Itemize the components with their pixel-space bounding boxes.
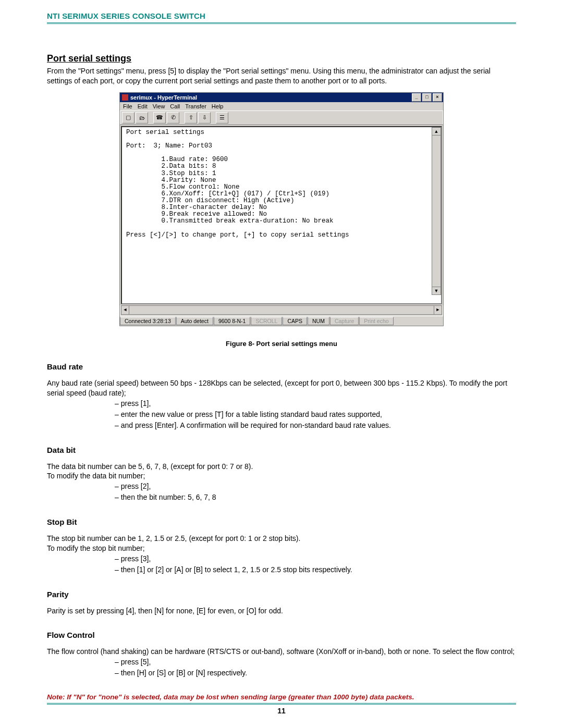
status-num: NUM bbox=[308, 317, 329, 325]
scroll-up-icon[interactable]: ▲ bbox=[432, 128, 440, 135]
list-item: and press [Enter]. A confirmation will b… bbox=[115, 420, 516, 431]
connect-icon[interactable]: ☎ bbox=[153, 112, 166, 124]
figure-caption: Figure 8- Port serial settings menu bbox=[47, 340, 516, 348]
minimize-button[interactable]: _ bbox=[412, 93, 421, 102]
stopbit-heading: Stop Bit bbox=[47, 517, 516, 526]
vertical-scrollbar[interactable]: ▲ ▼ bbox=[432, 127, 441, 295]
baud-heading: Baud rate bbox=[47, 362, 516, 371]
scroll-right-icon[interactable]: ► bbox=[434, 306, 442, 314]
document-page: NTI SERIMUX SERIES CONSOLE SWITCH Port s… bbox=[0, 0, 563, 728]
header-divider bbox=[47, 22, 516, 24]
flow-steps: press [5], then [H] or [S] or [B] or [N]… bbox=[47, 657, 516, 678]
section-title: Port serial settings bbox=[47, 53, 516, 64]
stopbit-text1: The stop bit number can be 1, 2, 1.5 or … bbox=[47, 534, 516, 544]
titlebar: serimux - HyperTerminal _ □ × bbox=[120, 93, 443, 102]
app-icon bbox=[122, 94, 128, 101]
baud-steps: press [1], enter the new value or press … bbox=[47, 398, 516, 431]
flow-heading: Flow Control bbox=[47, 631, 516, 639]
horizontal-scrollbar[interactable]: ◄ ► bbox=[121, 305, 442, 315]
list-item: then [1] or [2] or [A] or [B] to select … bbox=[115, 564, 516, 575]
page-number: 11 bbox=[47, 707, 516, 715]
databit-text1: The data bit number can be 5, 6, 7, 8, (… bbox=[47, 462, 516, 472]
maximize-button[interactable]: □ bbox=[422, 93, 432, 102]
hyperterminal-window: serimux - HyperTerminal _ □ × File Edit … bbox=[119, 92, 444, 326]
receive-icon[interactable]: ⇩ bbox=[198, 112, 211, 124]
new-doc-icon[interactable]: ▢ bbox=[122, 112, 134, 124]
menu-view[interactable]: View bbox=[153, 103, 165, 109]
list-item: press [3], bbox=[115, 553, 516, 564]
terminal-output: Port serial settings Port: 3; Name: Port… bbox=[121, 126, 442, 304]
section-intro: From the "Port settings" menu, press [5]… bbox=[47, 66, 516, 86]
terminal-area: Port serial settings Port: 3; Name: Port… bbox=[120, 125, 443, 305]
status-settings: 9600 8-N-1 bbox=[214, 317, 251, 325]
databit-steps: press [2], then the bit number: 5, 6, 7,… bbox=[47, 481, 516, 503]
open-icon[interactable]: 🗁 bbox=[136, 112, 148, 124]
close-button[interactable]: × bbox=[433, 93, 442, 102]
footer-divider bbox=[47, 703, 516, 705]
window-title: serimux - HyperTerminal bbox=[130, 94, 411, 101]
stopbit-steps: press [3], then [1] or [2] or [A] or [B]… bbox=[47, 553, 516, 575]
status-printecho: Print echo bbox=[359, 317, 393, 325]
status-bar: Connected 3:28:13 Auto detect 9600 8-N-1… bbox=[120, 316, 443, 326]
list-item: press [2], bbox=[115, 481, 516, 492]
list-item: press [5], bbox=[115, 657, 516, 668]
send-icon[interactable]: ⇧ bbox=[185, 112, 197, 124]
status-connected: Connected 3:28:13 bbox=[120, 317, 176, 325]
menu-edit[interactable]: Edit bbox=[138, 103, 148, 109]
scroll-left-icon[interactable]: ◄ bbox=[121, 306, 129, 314]
menu-file[interactable]: File bbox=[123, 103, 132, 109]
list-item: press [1], bbox=[115, 398, 516, 409]
scroll-down-icon[interactable]: ▼ bbox=[432, 287, 440, 294]
properties-icon[interactable]: ☰ bbox=[216, 112, 228, 124]
list-item: then [H] or [S] or [B] or [N] respective… bbox=[115, 668, 516, 678]
status-caps: CAPS bbox=[283, 317, 307, 325]
menubar: File Edit View Call Transfer Help bbox=[120, 102, 443, 110]
list-item: then the bit number: 5, 6, 7, 8 bbox=[115, 492, 516, 503]
flow-note: Note: If "N" for "none" is selected, dat… bbox=[47, 693, 516, 701]
menu-call[interactable]: Call bbox=[170, 103, 180, 109]
status-capture: Capture bbox=[330, 317, 359, 325]
databit-text2: To modify the data bit number; bbox=[47, 471, 516, 481]
baud-text: Any baud rate (serial speed) between 50 … bbox=[47, 378, 516, 398]
toolbar: ▢ 🗁 ☎ ✆ ⇧ ⇩ ☰ bbox=[120, 110, 443, 125]
status-autodetect: Auto detect bbox=[176, 317, 213, 325]
disconnect-icon[interactable]: ✆ bbox=[167, 112, 179, 124]
menu-transfer[interactable]: Transfer bbox=[185, 103, 206, 109]
menu-help[interactable]: Help bbox=[212, 103, 224, 109]
flow-text: The flow control (hand shaking) can be h… bbox=[47, 647, 516, 657]
stopbit-text2: To modify the stop bit number; bbox=[47, 544, 516, 553]
brand-header: NTI SERIMUX SERIES CONSOLE SWITCH bbox=[47, 11, 516, 20]
list-item: enter the new value or press [T] for a t… bbox=[115, 409, 516, 420]
parity-heading: Parity bbox=[47, 590, 516, 599]
databit-heading: Data bit bbox=[47, 446, 516, 454]
status-scroll: SCROLL bbox=[251, 317, 282, 325]
parity-text: Parity is set by pressing [4], then [N] … bbox=[47, 606, 516, 616]
